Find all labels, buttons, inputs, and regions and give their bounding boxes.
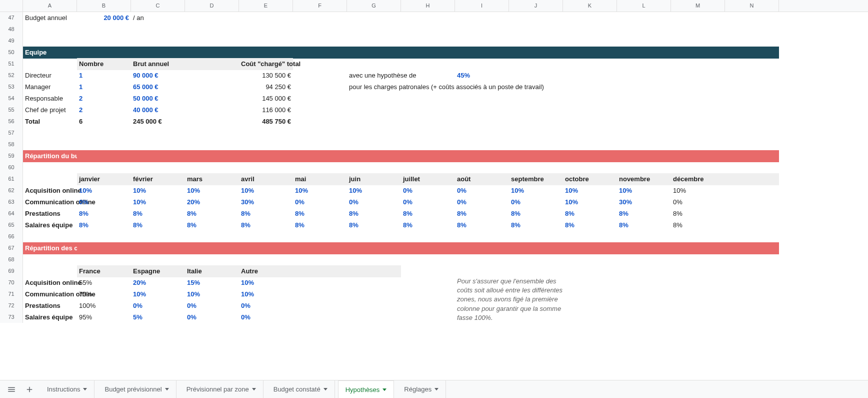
cell[interactable] <box>563 93 617 105</box>
cell[interactable]: 10% <box>185 288 239 300</box>
cell[interactable]: 40 000 € <box>131 104 185 116</box>
cell[interactable] <box>455 58 509 70</box>
cell[interactable]: 10% <box>131 288 185 300</box>
cell[interactable] <box>455 81 509 93</box>
cell[interactable] <box>671 58 725 70</box>
cell[interactable] <box>563 277 617 289</box>
cell[interactable] <box>293 288 347 300</box>
cell[interactable] <box>293 254 347 266</box>
cell[interactable] <box>671 162 725 174</box>
cell[interactable] <box>455 24 509 36</box>
column-header-J[interactable]: J <box>509 0 563 12</box>
cell[interactable] <box>455 104 509 116</box>
cell[interactable]: / an <box>131 12 185 24</box>
cell[interactable]: 45% <box>455 70 509 82</box>
cell[interactable] <box>725 300 779 312</box>
cell[interactable] <box>563 35 617 47</box>
cell[interactable] <box>401 35 455 47</box>
cell[interactable]: 30% <box>239 196 293 208</box>
cell[interactable] <box>725 208 779 220</box>
cell[interactable] <box>455 254 509 266</box>
cell[interactable] <box>23 58 77 70</box>
cell[interactable]: 2 <box>77 104 131 116</box>
row-header-71[interactable]: 71 <box>0 288 23 300</box>
cell[interactable] <box>185 12 239 24</box>
cell[interactable] <box>617 12 671 24</box>
cell[interactable]: 8% <box>77 219 131 231</box>
cell[interactable] <box>455 139 509 151</box>
cell[interactable]: Pour s'assurer que l'ensemble des coûts … <box>455 277 509 289</box>
cell[interactable] <box>725 93 779 105</box>
cell[interactable] <box>77 35 131 47</box>
cell[interactable] <box>293 12 347 24</box>
cell[interactable] <box>347 127 401 139</box>
cell[interactable]: 100% <box>77 300 131 312</box>
cell[interactable] <box>131 150 185 162</box>
column-header-A[interactable]: A <box>23 0 77 12</box>
cell[interactable] <box>671 300 725 312</box>
cell[interactable] <box>293 47 347 59</box>
cell[interactable] <box>563 265 617 277</box>
cell[interactable] <box>455 288 509 300</box>
cell[interactable] <box>509 139 563 151</box>
cell[interactable] <box>401 254 455 266</box>
cell[interactable] <box>725 81 779 93</box>
cell[interactable]: janvier <box>77 173 131 185</box>
cell[interactable] <box>725 127 779 139</box>
cell[interactable]: 50 000 € <box>131 93 185 105</box>
cell[interactable] <box>239 24 293 36</box>
cell[interactable] <box>617 242 671 254</box>
cell[interactable] <box>293 277 347 289</box>
cell[interactable] <box>455 93 509 105</box>
cell[interactable] <box>455 265 509 277</box>
cell[interactable] <box>401 300 455 312</box>
cell[interactable] <box>563 116 617 128</box>
cell[interactable] <box>455 242 509 254</box>
cell[interactable] <box>23 127 77 139</box>
cell[interactable] <box>509 242 563 254</box>
cell[interactable] <box>239 12 293 24</box>
cell[interactable]: Brut annuel <box>131 58 185 70</box>
cell[interactable] <box>617 162 671 174</box>
cell[interactable] <box>131 35 185 47</box>
cell[interactable]: 10% <box>77 185 131 197</box>
cell[interactable]: France <box>77 265 131 277</box>
cell[interactable]: Equipe <box>23 47 77 59</box>
cell[interactable] <box>509 231 563 243</box>
cell[interactable] <box>617 116 671 128</box>
cell[interactable]: 10% <box>347 185 401 197</box>
cell[interactable] <box>293 116 347 128</box>
cell[interactable]: 65 000 € <box>131 81 185 93</box>
cell[interactable]: 10% <box>617 185 671 197</box>
cell[interactable] <box>725 24 779 36</box>
cell[interactable] <box>293 311 347 323</box>
cell[interactable]: 0% <box>239 300 293 312</box>
cell[interactable] <box>401 24 455 36</box>
cell[interactable]: juin <box>347 173 401 185</box>
cell[interactable]: 8% <box>509 208 563 220</box>
cell[interactable]: 8% <box>347 219 401 231</box>
cell[interactable]: 10% <box>293 185 347 197</box>
cell[interactable] <box>401 288 455 300</box>
cell[interactable] <box>401 150 455 162</box>
cell[interactable] <box>23 139 77 151</box>
cell[interactable]: 8% <box>509 219 563 231</box>
row-header-47[interactable]: 47 <box>0 12 23 24</box>
cell[interactable] <box>23 231 77 243</box>
cell[interactable]: 245 000 € <box>131 116 185 128</box>
cell[interactable] <box>23 254 77 266</box>
cell[interactable] <box>671 139 725 151</box>
cell[interactable] <box>401 12 455 24</box>
cell[interactable]: 5% <box>131 311 185 323</box>
cell[interactable]: Italie <box>185 265 239 277</box>
cell[interactable]: septembre <box>509 173 563 185</box>
cell[interactable]: Chef de projet <box>23 104 77 116</box>
row-header-54[interactable]: 54 <box>0 93 23 105</box>
cell[interactable]: 0% <box>401 185 455 197</box>
cell[interactable]: Répartition des coûts par pays / filiale <box>23 242 77 254</box>
cell[interactable]: 10% <box>671 185 725 197</box>
column-header-B[interactable]: B <box>77 0 131 12</box>
row-header-70[interactable]: 70 <box>0 277 23 289</box>
row-header-72[interactable]: 72 <box>0 300 23 312</box>
cell[interactable] <box>293 93 347 105</box>
